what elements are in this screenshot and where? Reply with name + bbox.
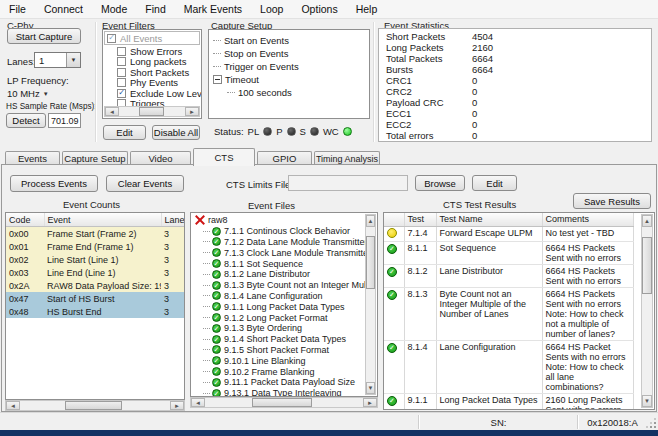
menu-item[interactable]: Options — [292, 1, 346, 17]
collapse-icon[interactable] — [213, 75, 222, 84]
menu-item[interactable]: Loop — [251, 1, 292, 17]
tab-gpio[interactable]: GPIO — [257, 151, 312, 165]
checkbox-icon[interactable] — [107, 34, 116, 43]
column-header-comments[interactable]: Comments — [542, 213, 633, 227]
filters-edit-button[interactable]: Edit — [103, 125, 146, 140]
scrollbar-track[interactable] — [366, 227, 375, 382]
tree-item[interactable]: 9.1.1 Long Packet Data Types — [193, 301, 365, 312]
checkbox-icon[interactable] — [117, 47, 126, 56]
column-header-lane[interactable]: Lane — [161, 213, 185, 227]
tree-item[interactable]: 7.1.2 Data Lane Module Transmitter Requi… — [193, 237, 365, 248]
scrollbar-thumb[interactable] — [642, 237, 652, 294]
results-vertical-scrollbar[interactable]: ▲ ▼ — [641, 214, 653, 408]
menu-item[interactable]: Find — [136, 1, 174, 17]
scroll-down-icon[interactable]: ▼ — [366, 382, 375, 394]
tab-events[interactable]: Events — [5, 151, 60, 165]
tree-item-timeout-value[interactable]: 100 seconds — [213, 86, 370, 99]
scrollbar-track[interactable] — [205, 398, 363, 407]
browse-button[interactable]: Browse — [415, 175, 465, 191]
test-result-row[interactable]: 8.1.2 Lane Distributor 6664 HS Packets S… — [384, 265, 633, 288]
save-results-button[interactable]: Save Results — [573, 193, 651, 209]
table-row[interactable]: 0x47 Start of HS Burst 3 — [6, 292, 185, 305]
scroll-right-icon[interactable]: ► — [170, 401, 184, 410]
scroll-left-icon[interactable]: ◄ — [105, 107, 119, 116]
tree-item-timeout[interactable]: Timeout — [213, 73, 370, 86]
scrollbar-track[interactable] — [642, 227, 652, 395]
scroll-right-icon[interactable]: ► — [363, 398, 377, 407]
filter-item[interactable]: Long packets — [103, 57, 201, 68]
start-capture-button[interactable]: Start Capture — [7, 28, 81, 44]
filter-item[interactable]: Exclude Low Level Even — [103, 88, 201, 99]
filter-item[interactable]: Phy Events — [103, 78, 201, 89]
tree-item-trigger-on-events[interactable]: Trigger on Events — [213, 60, 370, 73]
filter-item[interactable]: Short Packets — [103, 67, 201, 78]
scrollbar-track[interactable] — [119, 107, 185, 116]
table-row[interactable]: 0x00 Frame Start (Frame 2) 3 — [6, 227, 185, 241]
tree-item[interactable]: 9.11.1 Packet Data Payload Size — [193, 377, 365, 388]
test-result-row[interactable]: 9.1.1 Long Packet Data Types 2160 Long P… — [384, 394, 633, 411]
tree-item[interactable]: 8.1.4 Lane Configuration — [193, 291, 365, 302]
test-result-row[interactable]: 8.1.4 Lane Configuration 6664 HS Packet … — [384, 341, 633, 394]
scrollbar-thumb[interactable] — [366, 236, 375, 289]
tree-root-raw8[interactable]: raw8 — [193, 215, 365, 226]
lp-frequency-select[interactable]: 10 MHz ▼ — [7, 88, 49, 99]
tree-item[interactable]: 7.1.1 Continous Clock Behavior — [193, 226, 365, 237]
tree-item-stop-on-events[interactable]: Stop on Events — [213, 47, 370, 60]
scrollbar-thumb[interactable] — [65, 401, 122, 410]
menu-item[interactable]: Connect — [35, 1, 92, 17]
tree-item[interactable]: 9.1.4 Short Packet Data Types — [193, 334, 365, 345]
tree-item[interactable]: 9.1.3 Byte Ordering — [193, 323, 365, 334]
tab-cts[interactable]: CTS — [193, 148, 255, 166]
tab-capture-setup[interactable]: Capture Setup — [62, 151, 128, 165]
tree-item[interactable]: 7.1.3 Clock Lane Module Transmitter Requ… — [193, 247, 365, 258]
filter-item-all-events[interactable]: All Events — [104, 31, 200, 45]
menu-item[interactable]: Mark Events — [175, 1, 251, 17]
detect-button[interactable]: Detect — [6, 113, 46, 128]
tree-item-start-on-events[interactable]: Start on Events — [213, 34, 370, 47]
scroll-down-icon[interactable]: ▼ — [642, 395, 652, 407]
tree-item[interactable]: 8.1.1 Sot Sequence — [193, 258, 365, 269]
column-header-event[interactable]: Event — [44, 213, 161, 227]
column-header-test[interactable]: Test — [404, 213, 436, 227]
table-row[interactable]: 0x01 Frame End (Frame 1) 3 — [6, 240, 185, 253]
scroll-right-icon[interactable]: ► — [185, 107, 199, 116]
table-row[interactable]: 0x03 Line End (Line 1) 3 — [6, 266, 185, 279]
filters-horizontal-scrollbar[interactable]: ◄ ► — [104, 106, 200, 117]
event-counts-horizontal-scrollbar[interactable]: ◄ ► — [5, 400, 185, 411]
scrollbar-thumb[interactable] — [139, 107, 164, 116]
event-files-horizontal-scrollbar[interactable]: ◄ ► — [190, 397, 378, 408]
scroll-left-icon[interactable]: ◄ — [191, 398, 205, 407]
process-events-button[interactable]: Process Events — [10, 175, 98, 192]
scroll-up-icon[interactable]: ▲ — [642, 215, 652, 227]
tab-video[interactable]: Video — [130, 151, 191, 165]
tree-item[interactable]: 9.13.1 Data Type Interleaving — [193, 388, 365, 397]
table-row[interactable]: 0x48 HS Burst End 3 — [6, 305, 185, 318]
menu-item[interactable]: Mode — [92, 1, 136, 17]
scrollbar-thumb[interactable] — [252, 398, 312, 407]
checkbox-icon[interactable] — [117, 57, 126, 66]
tree-item[interactable]: 9.1.2 Long Packet Format — [193, 312, 365, 323]
resize-grip[interactable] — [646, 413, 658, 431]
disable-all-button[interactable]: Disable All — [152, 125, 200, 140]
test-result-row[interactable]: 8.1.3 Byte Count not an Integer Multiple… — [384, 288, 633, 341]
test-result-row[interactable]: 7.1.4 Forward Escape ULPM No test yet - … — [384, 227, 633, 242]
menu-item[interactable]: File — [0, 1, 35, 17]
event-files-vertical-scrollbar[interactable]: ▲ ▼ — [365, 214, 376, 395]
column-header-code[interactable]: Code — [6, 213, 44, 227]
tree-item[interactable]: 8.1.3 Byte Count not an Integer Multiple… — [193, 280, 365, 291]
lanes-select[interactable]: 1 ▼ — [34, 52, 81, 68]
checkbox-icon[interactable] — [117, 68, 126, 77]
table-row[interactable]: 0x2A RAW8 Data Payload Size: 19... 3 — [6, 279, 185, 292]
clear-events-button[interactable]: Clear Events — [106, 175, 184, 192]
column-header-status[interactable] — [384, 213, 404, 227]
cts-limits-file-input[interactable] — [288, 175, 408, 191]
tree-item[interactable]: 8.1.2 Lane Distributor — [193, 269, 365, 280]
test-result-row[interactable]: 8.1.1 Sot Sequence 6664 HS Packets Sent … — [384, 242, 633, 265]
checkbox-icon[interactable] — [117, 78, 126, 87]
menu-item[interactable]: Help — [347, 1, 387, 17]
checkbox-icon[interactable] — [117, 89, 126, 98]
tree-item[interactable]: 9.10.1 Line Blanking — [193, 355, 365, 366]
scroll-left-icon[interactable]: ◄ — [6, 401, 20, 410]
tab-timing-analysis[interactable]: Timing Analysis — [314, 151, 380, 165]
tree-item[interactable]: 9.10.2 Frame Blanking — [193, 366, 365, 377]
